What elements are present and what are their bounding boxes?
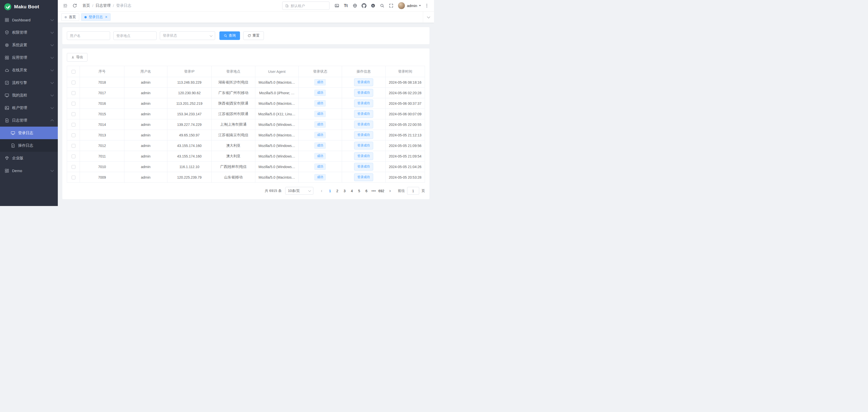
cell-username: admin <box>124 130 167 140</box>
row-checkbox[interactable] <box>72 176 75 179</box>
menu-fold-icon[interactable] <box>61 1 69 10</box>
search-button[interactable]: 查询 <box>219 31 240 40</box>
pagination: 共 6915 条 10条/页 ‹ 123456•••692 › 前往 页 <box>67 187 425 195</box>
operation-info-button[interactable]: 登录成功 <box>354 131 373 139</box>
cell-ip: 43.155.174.160 <box>167 140 212 151</box>
kebab-menu-icon[interactable] <box>423 1 431 10</box>
operation-info-button[interactable]: 登录成功 <box>354 89 373 97</box>
cell-user-agent: Mozilla/5.0 (Macintos… <box>255 98 298 109</box>
github-icon[interactable] <box>360 1 368 10</box>
user-menu[interactable]: admin <box>398 2 421 9</box>
tab-dot <box>85 16 87 18</box>
language-globe-icon[interactable] <box>350 1 359 10</box>
tab-close-icon[interactable]: × <box>105 15 107 19</box>
breadcrumb: 首页/日志管理/登录日志 <box>83 3 131 8</box>
cell-username: admin <box>124 98 167 109</box>
sidebar-item-enterprise[interactable]: 企业版 <box>0 152 58 164</box>
page-button-1[interactable]: 1 <box>327 187 334 195</box>
page-button-3[interactable]: 3 <box>341 187 348 195</box>
sidebar-item-app-management[interactable]: 应用管理 <box>0 51 58 64</box>
username-filter-input[interactable] <box>67 31 110 40</box>
row-checkbox[interactable] <box>72 133 75 137</box>
wallpaper-image-icon[interactable] <box>333 1 341 10</box>
row-checkbox[interactable] <box>72 123 75 127</box>
location-filter-input[interactable] <box>113 31 157 40</box>
sidebar-item-my-processes[interactable]: 我的流程 <box>0 89 58 101</box>
next-page-button[interactable]: › <box>386 187 394 195</box>
page-button-4[interactable]: 4 <box>348 187 355 195</box>
cell-ip: 120.230.90.62 <box>167 88 212 98</box>
cell-select <box>67 119 80 130</box>
prev-page-button[interactable]: ‹ <box>318 187 326 195</box>
cell-location: 广西|桂林市|电信 <box>212 162 255 172</box>
operation-info-button[interactable]: 登录成功 <box>354 121 373 128</box>
chevron-down-icon <box>51 81 54 84</box>
operation-info-button[interactable]: 登录成功 <box>354 99 373 107</box>
gitee-icon[interactable]: G <box>369 1 377 10</box>
operation-info-button[interactable]: 登录成功 <box>354 110 373 118</box>
cell-id: 7013 <box>80 130 124 140</box>
cell-location: 澳大利亚 <box>212 140 255 151</box>
page-size-select[interactable]: 10条/页 <box>285 187 313 195</box>
tab-login-logs[interactable]: 登录日志× <box>81 13 111 21</box>
breadcrumb-item: 登录日志 <box>116 3 131 8</box>
pager-ellipsis[interactable]: ••• <box>370 189 377 193</box>
search-icon[interactable] <box>378 1 386 10</box>
status-filter-select[interactable]: 登录状态 <box>160 31 215 40</box>
sidebar-item-system-settings[interactable]: 系统设置 <box>0 39 58 51</box>
select-all-header <box>67 66 80 77</box>
reset-button[interactable]: 重置 <box>243 31 264 40</box>
row-checkbox[interactable] <box>72 102 75 105</box>
sidebar-item-label: 操作日志 <box>18 143 33 148</box>
page-button-6[interactable]: 6 <box>363 187 370 195</box>
sidebar-item-dashboard[interactable]: Dashboard <box>0 13 58 26</box>
cell-status: 成功 <box>299 172 342 183</box>
row-checkbox[interactable] <box>72 81 75 85</box>
sidebar-item-log-management[interactable]: 日志管理 <box>0 114 58 127</box>
breadcrumb-item[interactable]: 首页 <box>83 3 90 8</box>
operation-info-button[interactable]: 登录成功 <box>354 163 373 170</box>
status-badge: 成功 <box>314 90 326 96</box>
breadcrumb-item[interactable]: 日志管理 <box>95 3 111 8</box>
font-size-icon[interactable]: Tt <box>342 1 350 10</box>
operation-info-button[interactable]: 登录成功 <box>354 142 373 150</box>
column-header: 登录地点 <box>212 66 255 77</box>
operation-info-button[interactable]: 登录成功 <box>354 152 373 160</box>
cell-user-agent: Mozilla/5.0 (Macintos… <box>255 172 298 183</box>
row-checkbox[interactable] <box>72 165 75 169</box>
tabs-dropdown-button[interactable] <box>423 11 434 23</box>
cell-select <box>67 109 80 119</box>
operation-info-button[interactable]: 登录成功 <box>354 173 373 181</box>
page-button-2[interactable]: 2 <box>334 187 341 195</box>
row-checkbox[interactable] <box>72 144 75 148</box>
page-button-5[interactable]: 5 <box>355 187 363 195</box>
chevron-down-icon <box>210 34 212 37</box>
row-checkbox[interactable] <box>72 91 75 95</box>
tenant-select[interactable] <box>282 1 330 10</box>
export-button[interactable]: 导出 <box>67 53 88 62</box>
goto-page-input[interactable] <box>407 187 419 195</box>
table-row: 7012admin43.155.174.160澳大利亚Mozilla/5.0 (… <box>67 140 425 151</box>
cell-id: 7012 <box>80 140 124 151</box>
cell-status: 成功 <box>299 162 342 172</box>
sidebar-item-tenant-management[interactable]: 租户管理 <box>0 101 58 114</box>
row-checkbox[interactable] <box>72 155 75 158</box>
row-checkbox[interactable] <box>72 112 75 116</box>
sidebar-item-permissions[interactable]: 权限管理 <box>0 26 58 39</box>
select-all-checkbox[interactable] <box>72 70 75 73</box>
sidebar-item-demo[interactable]: Demo <box>0 164 58 177</box>
operation-info-button[interactable]: 登录成功 <box>354 78 373 86</box>
app-logo[interactable]: Maku Boot <box>0 0 58 13</box>
tenant-input[interactable] <box>291 4 327 8</box>
sidebar-item-online-dev[interactable]: 在线开发 <box>0 64 58 76</box>
sidebar-item-operation-logs[interactable]: 操作日志 <box>0 139 58 152</box>
sidebar-item-workflow-engine[interactable]: 流程引擎 <box>0 76 58 89</box>
cell-id: 7016 <box>80 98 124 109</box>
tab-home[interactable]: 首页 <box>61 13 79 21</box>
cell-id: 7015 <box>80 109 124 119</box>
fullscreen-icon[interactable] <box>387 1 395 10</box>
sidebar-item-login-logs[interactable]: 登录日志 <box>0 127 58 139</box>
refresh-icon[interactable] <box>70 1 79 10</box>
page-button-last[interactable]: 692 <box>377 187 385 195</box>
breadcrumb-separator: / <box>113 3 114 8</box>
